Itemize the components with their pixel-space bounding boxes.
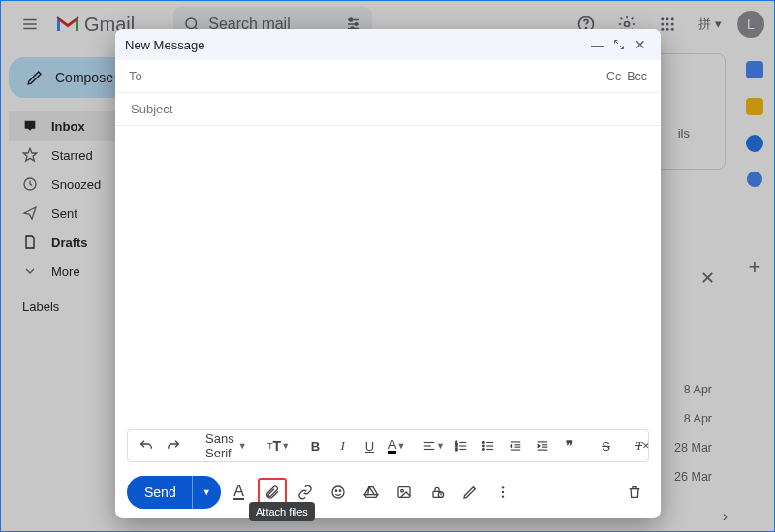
signature-icon[interactable]	[455, 478, 484, 507]
calendar-icon[interactable]	[746, 61, 763, 78]
input-method[interactable]: 拼 ▾	[698, 16, 722, 33]
attach-tooltip: Attach files	[249, 502, 315, 521]
svg-point-61	[502, 491, 504, 493]
svg-point-19	[671, 23, 674, 26]
svg-rect-56	[398, 487, 410, 498]
svg-point-40	[482, 445, 484, 447]
exit-fullscreen-icon[interactable]	[608, 34, 630, 55]
menu-icon[interactable]	[15, 9, 46, 40]
close-icon[interactable]: ✕	[630, 34, 651, 55]
to-label: To	[129, 69, 142, 83]
svg-point-22	[671, 28, 674, 31]
indent-icon[interactable]	[530, 433, 555, 458]
expand-more-icon	[22, 264, 38, 279]
text-size-icon[interactable]: TT▼	[266, 433, 292, 458]
align-icon[interactable]: ▼	[421, 433, 447, 458]
font-selector[interactable]: Sans Serif▼	[198, 431, 255, 460]
dialog-title: New Message	[125, 38, 204, 52]
drive-icon[interactable]	[356, 478, 386, 507]
italic-icon[interactable]: I	[330, 433, 356, 458]
send-button[interactable]: Send ▼	[127, 476, 221, 509]
clear-format-icon[interactable]: T✕	[631, 433, 656, 458]
svg-point-20	[662, 28, 665, 31]
message-body[interactable]	[115, 126, 661, 429]
format-toolbar: Sans Serif▼ TT▼ B I U A▼ ▼ 123 ❞ S T✕	[127, 429, 649, 462]
svg-point-9	[356, 23, 358, 26]
minimize-icon[interactable]: —	[587, 34, 608, 55]
inbox-icon	[22, 118, 38, 134]
pencil-icon	[26, 69, 44, 86]
side-panel: +	[735, 47, 774, 531]
svg-point-52	[339, 490, 340, 491]
subject-row[interactable]	[115, 93, 661, 126]
svg-point-39	[482, 442, 484, 444]
send-icon	[22, 205, 38, 221]
svg-point-8	[350, 18, 353, 21]
svg-marker-54	[364, 487, 369, 495]
svg-marker-53	[369, 487, 378, 495]
svg-point-15	[666, 17, 669, 20]
svg-point-41	[482, 449, 484, 451]
tasks-icon[interactable]	[746, 135, 763, 152]
text-color-icon[interactable]: A▼	[385, 433, 410, 458]
redo-icon[interactable]	[161, 433, 186, 458]
svg-point-3	[186, 18, 197, 29]
svg-point-14	[662, 17, 665, 20]
dialog-actions: Send ▼ A	[115, 468, 661, 518]
svg-point-51	[335, 490, 336, 491]
to-row[interactable]: To Cc Bcc	[115, 60, 661, 93]
account-avatar[interactable]: L	[737, 11, 764, 38]
bcc-button[interactable]: Bcc	[627, 70, 647, 83]
file-icon	[22, 235, 38, 250]
addons-plus-icon[interactable]: +	[749, 255, 761, 280]
outdent-icon[interactable]	[503, 433, 528, 458]
cc-button[interactable]: Cc	[606, 70, 621, 83]
chevron-right-icon[interactable]: ›	[723, 508, 728, 525]
svg-text:3: 3	[455, 447, 458, 452]
svg-point-57	[400, 489, 403, 492]
svg-line-25	[615, 41, 619, 45]
underline-icon[interactable]: U	[357, 433, 383, 458]
svg-marker-55	[364, 495, 377, 498]
svg-line-26	[620, 46, 624, 49]
compose-dialog: New Message — ✕ To Cc Bcc Sans Serif▼ TT…	[115, 29, 661, 518]
svg-point-17	[662, 23, 665, 26]
emoji-icon[interactable]	[324, 478, 353, 507]
svg-point-62	[502, 495, 504, 497]
bulleted-list-icon[interactable]	[476, 433, 501, 458]
subject-input[interactable]	[129, 101, 647, 117]
numbered-list-icon[interactable]: 123	[449, 433, 474, 458]
svg-point-13	[625, 22, 630, 27]
to-input[interactable]	[150, 68, 601, 84]
undo-icon[interactable]	[134, 433, 159, 458]
dialog-header[interactable]: New Message — ✕	[115, 29, 661, 60]
strikethrough-icon[interactable]: S	[594, 433, 619, 458]
bold-icon[interactable]: B	[303, 433, 328, 458]
send-more-icon[interactable]: ▼	[192, 476, 221, 509]
quote-icon[interactable]: ❞	[557, 433, 582, 458]
contacts-icon[interactable]	[747, 172, 762, 187]
keep-icon[interactable]	[746, 98, 763, 115]
close-icon[interactable]: ✕	[700, 267, 715, 289]
svg-point-21	[666, 28, 669, 31]
svg-point-50	[332, 486, 344, 498]
clock-icon	[22, 176, 38, 192]
trash-icon[interactable]	[620, 478, 649, 507]
svg-point-60	[502, 486, 504, 488]
svg-marker-23	[23, 148, 36, 161]
svg-point-18	[666, 23, 669, 26]
more-icon[interactable]	[488, 478, 517, 507]
svg-point-16	[671, 17, 674, 20]
confidential-icon[interactable]	[422, 478, 451, 507]
image-icon[interactable]	[389, 478, 418, 507]
star-icon	[22, 147, 38, 163]
